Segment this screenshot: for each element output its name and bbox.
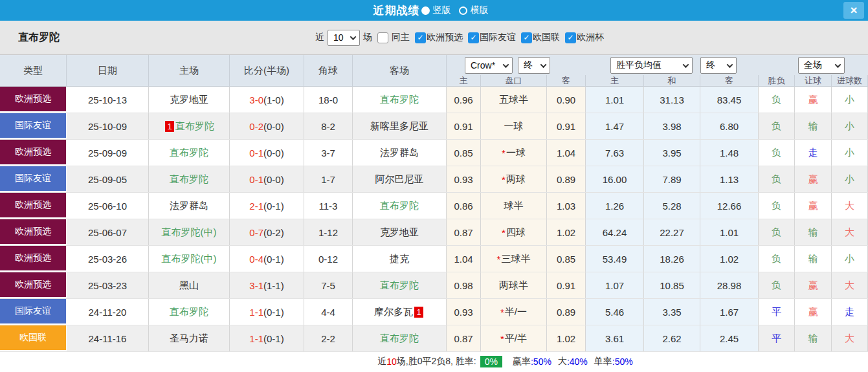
star-icon: * [502,227,506,238]
goals-result-cell: 小 [832,166,868,192]
date-cell: 25-10-13 [67,87,149,113]
handicap-odds-away-cell: 0.91 [547,272,586,298]
score-cell: 0-1(0-0) [230,166,304,192]
handicap-result-cell: 走 [795,140,832,166]
col-header-score: 比分(半场) [230,55,304,87]
match-count-select[interactable]: 10 [328,30,360,46]
bookmaker-select[interactable]: Crow* [465,57,513,74]
type-cell: 欧洲预选 [0,140,67,166]
competition-checkbox-2[interactable]: ✓ [521,32,532,43]
result-cell: 负 [759,246,795,272]
halftime-score: (0-1) [263,201,284,212]
avg-time-select[interactable]: 终 [700,57,737,74]
avg-odds-select[interactable]: 胜平负均值 [610,57,693,74]
away-team-cell: 直布罗陀 [353,193,447,219]
competition-checkbox-0[interactable]: ✓ [415,32,426,43]
layout-radio-0[interactable] [421,6,430,15]
result-cell: 平 [759,325,795,351]
footer-stat-label-2: 单率 [594,356,612,367]
handicap-line-cell: *三球半 [481,246,547,272]
sub-header-bk-home: 主 [447,75,481,87]
away-team-cell: 直布罗陀 [353,325,447,351]
handicap-odds-home-cell: 0.85 [447,140,481,166]
type-cell: 国际友谊 [0,299,67,325]
corners-cell: 8-2 [304,113,353,139]
handicap-odds-away-cell: 0.85 [547,246,586,272]
fulltime-score: 0-7 [249,227,263,238]
col-header-corners: 角球 [304,55,353,87]
away-team-cell: 新喀里多尼亚 [353,113,447,139]
away-team-cell: 摩尔多瓦1 [353,299,447,325]
table-body: 欧洲预选25-10-13克罗地亚3-0(1-0)18-0直布罗陀0.96五球半0… [0,87,868,352]
type-cell: 欧洲预选 [0,219,67,245]
result-cell: 负 [759,193,795,219]
col-header-home: 主场 [149,55,230,87]
avg-draw-cell: 3.35 [644,299,700,325]
result-cell: 负 [759,140,795,166]
halftime-score: (1-0) [263,94,284,105]
avg-win-cell: 5.46 [586,299,644,325]
competition-label-2: 欧国联 [533,32,560,43]
avg-draw-cell: 18.26 [644,246,700,272]
avg-lose-cell: 12.66 [700,193,759,219]
handicap-line-text: 球半 [504,200,524,212]
score-cell: 2-1(0-1) [230,193,304,219]
avg-draw-cell: 31.13 [644,87,700,113]
type-cell: 国际友谊 [0,166,67,192]
home-team-name: 法罗群岛 [170,200,208,212]
home-team-cell: 直布罗陀(中) [149,219,230,245]
avg-win-cell: 1.07 [586,272,644,298]
handicap-result-cell: 赢 [795,299,832,325]
sub-header-handicap: 盘口 [481,75,547,87]
handicap-odds-home-cell: 0.87 [447,325,481,351]
halftime-score: (0-1) [263,254,284,265]
page-title: 近期战绩 [373,3,420,18]
avg-win-cell: 16.00 [586,166,644,192]
sub-header-goals: 进球数 [832,75,868,87]
avg-draw-cell: 3.98 [644,113,700,139]
competition-checkbox-3[interactable]: ✓ [565,32,576,43]
away-team-name: 新喀里多尼亚 [370,120,428,133]
close-button[interactable]: × [843,2,864,19]
filter-controls: 近 10 场 同主 ✓欧洲预选✓国际友谊✓欧国联✓欧洲杯 [315,30,604,46]
bookmaker-time-select[interactable]: 终 [518,57,550,74]
recent-results-panel: 近期战绩 竖版横版 × 直布罗陀 近 10 场 同主 ✓欧洲预选✓国际友谊✓欧国… [0,0,868,372]
fulltime-score: 3-0 [249,94,263,105]
handicap-odds-away-cell: 1.02 [547,219,586,245]
table-row: 欧洲预选25-10-13克罗地亚3-0(1-0)18-0直布罗陀0.96五球半0… [0,87,868,113]
home-team-name: 直布罗陀 [170,147,208,159]
layout-radio-label-1[interactable]: 横版 [471,5,489,16]
avg-lose-cell: 1.01 [700,219,759,245]
date-cell: 24-11-16 [67,325,149,351]
type-cell: 欧洲预选 [0,87,67,113]
handicap-line-cell: 一球 [481,113,547,139]
star-icon: * [497,254,501,265]
away-team-name: 直布罗陀 [380,333,419,345]
away-team-name: 直布罗陀 [380,200,419,212]
corners-cell: 4-4 [304,299,353,325]
handicap-line-text: 平/半 [505,333,527,345]
result-cell: 负 [759,87,795,113]
handicap-line-cell: 两球半 [481,272,547,298]
table-row: 国际友谊25-10-091直布罗陀0-2(0-0)8-2新喀里多尼亚0.91一球… [0,113,868,140]
corners-cell: 3-7 [304,140,353,166]
home-team-name: 直布罗陀(中) [162,226,217,239]
goals-result-cell: 小 [832,87,868,113]
home-team-cell: 直布罗陀 [149,166,230,192]
sub-header-result: 胜负 [759,75,795,87]
avg-lose-cell: 6.80 [700,113,759,139]
handicap-line-text: 五球半 [499,94,528,106]
date-cell: 25-09-09 [67,140,149,166]
home-team-cell: 黑山 [149,272,230,298]
score-cell: 0-2(0-0) [230,113,304,139]
score-cell: 3-1(1-1) [230,272,304,298]
handicap-line-text: 三球半 [501,253,530,265]
table-row: 欧洲预选25-03-23黑山3-1(1-1)7-5直布罗陀0.98两球半0.91… [0,272,868,299]
handicap-odds-away-cell: 0.90 [547,87,586,113]
layout-radio-label-0[interactable]: 竖版 [433,5,451,16]
same-home-checkbox[interactable] [377,32,388,43]
layout-radio-1[interactable] [459,6,467,15]
scope-select[interactable]: 全场 [798,57,845,74]
star-icon: * [500,307,504,318]
competition-checkbox-1[interactable]: ✓ [468,32,479,43]
